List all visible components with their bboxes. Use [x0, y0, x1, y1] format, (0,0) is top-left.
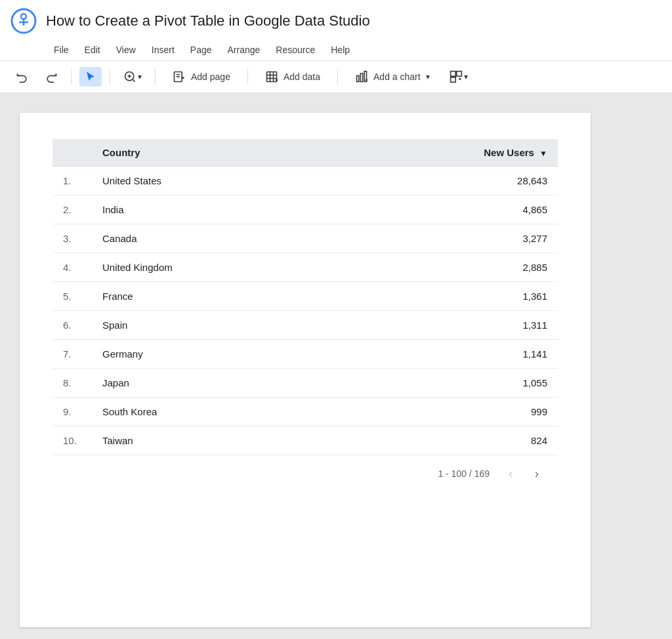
cell-new-users: 999 [354, 398, 558, 426]
undo-button[interactable] [10, 66, 34, 87]
cell-new-users: 3,277 [354, 224, 558, 253]
redo-button[interactable] [39, 66, 63, 87]
cell-rank: 2. [52, 196, 92, 224]
add-chart-button[interactable]: Add a chart ▾ [346, 66, 439, 87]
cell-country: United States [92, 167, 354, 196]
svg-rect-25 [450, 72, 455, 77]
title-bar: How to Create a Pivot Table in Google Da… [0, 0, 672, 39]
table-header-row: Country New Users ▼ [52, 139, 558, 167]
col-new-users-label: New Users [484, 147, 534, 158]
cell-country: Germany [92, 340, 354, 369]
table-row: 4. United Kingdom 2,885 [52, 253, 558, 282]
col-header-country[interactable]: Country [92, 139, 354, 167]
cell-rank: 10. [52, 426, 92, 455]
table-row: 6. Spain 1,311 [52, 311, 558, 340]
cell-rank: 5. [52, 282, 92, 311]
canvas-area: Country New Users ▼ 1. United States 28,… [0, 93, 672, 639]
menu-arrange[interactable]: Arrange [221, 42, 267, 58]
svg-point-1 [21, 14, 26, 19]
table-row: 8. Japan 1,055 [52, 369, 558, 398]
pagination-prev-button[interactable]: ‹ [500, 463, 521, 484]
cell-rank: 8. [52, 369, 92, 398]
cell-rank: 6. [52, 311, 92, 340]
cell-new-users: 1,141 [354, 340, 558, 369]
pagination: 1 - 100 / 169 ‹ › [52, 455, 558, 484]
cursor-tool-button[interactable] [79, 67, 102, 87]
cell-country: France [92, 282, 354, 311]
add-page-label: Add page [191, 72, 230, 82]
menu-resource[interactable]: Resource [269, 42, 322, 58]
add-chart-label: Add a chart [373, 72, 421, 82]
document: Country New Users ▼ 1. United States 28,… [20, 113, 591, 627]
pagination-next-button[interactable]: › [526, 463, 547, 484]
svg-rect-20 [357, 75, 359, 81]
svg-rect-13 [266, 72, 276, 82]
add-data-label: Add data [284, 72, 320, 82]
menu-help[interactable]: Help [324, 42, 356, 58]
cell-new-users: 1,055 [354, 369, 558, 398]
toolbar-separator-4 [247, 69, 248, 85]
menu-insert[interactable]: Insert [145, 42, 181, 58]
toolbar-separator-5 [337, 69, 338, 85]
zoom-button[interactable]: ▾ [118, 66, 147, 87]
svg-line-5 [133, 79, 135, 82]
pivot-table: Country New Users ▼ 1. United States 28,… [52, 139, 558, 455]
cell-rank: 4. [52, 253, 92, 282]
col-header-rank [52, 139, 92, 167]
menu-bar: File Edit View Insert Page Arrange Resou… [0, 39, 672, 61]
menu-file[interactable]: File [47, 42, 75, 58]
svg-rect-21 [360, 73, 362, 82]
toolbar-separator-3 [155, 69, 156, 85]
svg-rect-26 [456, 72, 461, 77]
svg-rect-27 [450, 77, 455, 83]
add-data-button[interactable]: Add data [256, 66, 329, 87]
cell-country: Japan [92, 369, 354, 398]
toolbar: ▾ Add page Add data Add a chart ▾ ▾ [0, 61, 672, 93]
cell-new-users: 28,643 [354, 167, 558, 196]
cell-rank: 3. [52, 224, 92, 253]
cell-country: United Kingdom [92, 253, 354, 282]
table-row: 7. Germany 1,141 [52, 340, 558, 369]
app-logo [10, 8, 37, 34]
cell-country: Spain [92, 311, 354, 340]
menu-edit[interactable]: Edit [78, 42, 107, 58]
cell-new-users: 824 [354, 426, 558, 455]
pagination-info: 1 - 100 / 169 [438, 468, 490, 479]
table-row: 1. United States 28,643 [52, 167, 558, 196]
page-title: How to Create a Pivot Table in Google Da… [46, 12, 370, 30]
cell-new-users: 1,361 [354, 282, 558, 311]
table-row: 5. France 1,361 [52, 282, 558, 311]
cell-country: India [92, 196, 354, 224]
table-row: 9. South Korea 999 [52, 398, 558, 426]
cell-new-users: 2,885 [354, 253, 558, 282]
sort-icon: ▼ [539, 149, 547, 158]
toolbar-separator-2 [110, 69, 110, 85]
menu-page[interactable]: Page [184, 42, 219, 58]
cell-new-users: 1,311 [354, 311, 558, 340]
add-page-button[interactable]: Add page [163, 66, 240, 87]
cell-new-users: 4,865 [354, 196, 558, 224]
add-control-button[interactable]: ▾ [444, 66, 473, 87]
col-header-new-users[interactable]: New Users ▼ [354, 139, 558, 167]
cell-country: South Korea [92, 398, 354, 426]
table-row: 3. Canada 3,277 [52, 224, 558, 253]
cell-country: Taiwan [92, 426, 354, 455]
cell-country: Canada [92, 224, 354, 253]
table-row: 10. Taiwan 824 [52, 426, 558, 455]
toolbar-separator-1 [71, 69, 72, 85]
table-row: 2. India 4,865 [52, 196, 558, 224]
cell-rank: 1. [52, 167, 92, 196]
menu-view[interactable]: View [110, 42, 142, 58]
cell-rank: 9. [52, 398, 92, 426]
cell-rank: 7. [52, 340, 92, 369]
